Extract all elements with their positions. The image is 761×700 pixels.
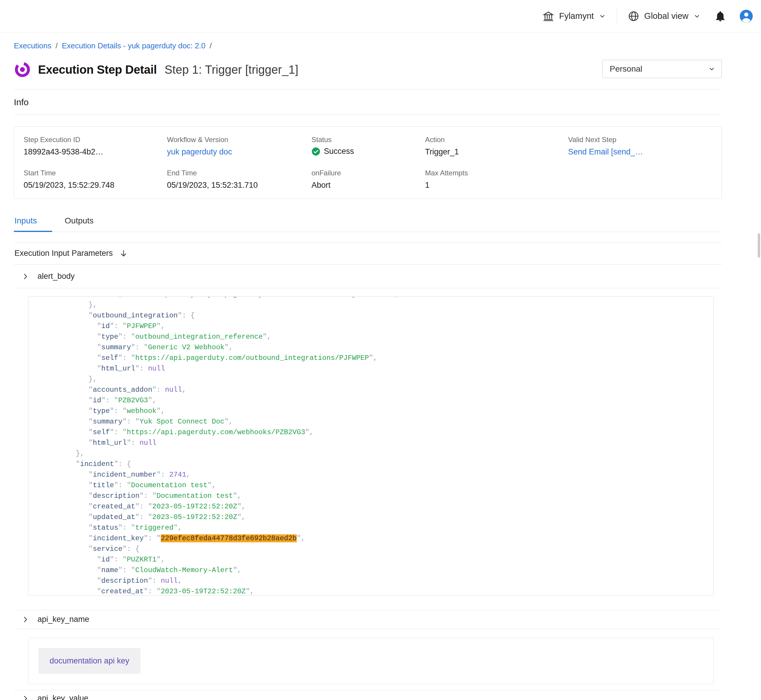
info-card: Step Execution ID 18992a43-9538-4b2… Wor… [14, 127, 722, 199]
field-status: Status Success [312, 136, 425, 156]
alert-body-json-viewer[interactable]: html_url: https://fylamynt.pagerduty.com… [28, 297, 714, 596]
field-start-time: Start Time 05/19/2023, 15:52:29.748 [23, 169, 167, 190]
param-row-alert-body[interactable]: alert_body [14, 265, 722, 288]
divider-under-info-heading [14, 114, 722, 115]
download-arrow-icon[interactable] [119, 249, 128, 258]
field-valid-next-step: Valid Next Step Send Email [send_… [568, 136, 712, 156]
main-content: Executions / Execution Details - yuk pag… [14, 33, 722, 700]
field-label: Workflow & Version [167, 136, 312, 144]
page-subtitle: Step 1: Trigger [trigger_1] [164, 63, 299, 77]
chevron-right-icon[interactable] [22, 695, 29, 700]
breadcrumb-separator: / [55, 41, 58, 50]
chevron-down-icon [708, 65, 716, 73]
notifications-bell-icon[interactable] [714, 10, 726, 22]
workflow-link[interactable]: yuk pagerduty doc [167, 147, 232, 156]
field-step-execution-id: Step Execution ID 18992a43-9538-4b2… [23, 136, 167, 156]
field-label: End Time [167, 169, 312, 177]
empty-cell [568, 169, 712, 190]
field-value: 18992a43-9538-4b2… [23, 147, 167, 156]
chevron-right-icon[interactable] [22, 273, 29, 280]
tab-bar: Inputs Outputs [14, 216, 722, 232]
chevron-right-icon[interactable] [22, 616, 29, 623]
param-label-api-key-name: api_key_name [38, 615, 89, 624]
tab-inputs[interactable]: Inputs [14, 216, 52, 232]
page-title: Execution Step Detail [38, 63, 157, 77]
param-row-api-key-name[interactable]: api_key_name [14, 610, 722, 629]
field-workflow-version: Workflow & Version yuk pagerduty doc [167, 136, 312, 156]
field-action: Action Trigger_1 [425, 136, 568, 156]
bank-icon [542, 10, 554, 22]
param-label-api-key-value: api_key_value [38, 694, 88, 700]
org-switcher[interactable]: Fylamynt [542, 10, 606, 22]
field-label: Status [312, 136, 425, 144]
field-max-attempts: Max Attempts 1 [425, 169, 568, 190]
view-name: Global view [644, 11, 689, 21]
field-end-time: End Time 05/19/2023, 15:52:31.710 [167, 169, 312, 190]
breadcrumb-execution-details-link[interactable]: Execution Details - yuk pagerduty doc: 2… [62, 41, 205, 50]
topbar-divider [617, 9, 617, 24]
param-row-api-key-value[interactable]: api_key_value [14, 690, 722, 700]
api-key-name-value-box: documentation api key [28, 638, 714, 684]
breadcrumb-separator: / [210, 41, 211, 50]
field-on-failure: onFailure Abort [312, 169, 425, 190]
field-label: Max Attempts [425, 169, 568, 177]
breadcrumb-executions-link[interactable]: Executions [14, 41, 51, 50]
view-switcher[interactable]: Global view [628, 10, 701, 22]
top-bar: Fylamynt Global view [0, 0, 761, 33]
scope-select[interactable]: Personal [602, 60, 722, 78]
fylamynt-logo-icon [14, 61, 31, 78]
info-grid: Step Execution ID 18992a43-9538-4b2… Wor… [23, 136, 712, 190]
field-value: Trigger_1 [425, 147, 568, 156]
field-label: Valid Next Step [568, 136, 712, 144]
info-heading: Info [14, 97, 722, 107]
execution-input-parameters-label: Execution Input Parameters [14, 249, 113, 258]
success-check-icon [312, 147, 320, 156]
chevron-down-icon [693, 12, 701, 20]
org-name: Fylamynt [559, 11, 594, 21]
user-avatar[interactable] [739, 9, 753, 23]
field-value: 05/19/2023, 15:52:29.748 [23, 181, 167, 190]
api-key-name-chip: documentation api key [38, 648, 140, 674]
globe-icon [628, 10, 639, 22]
divider-under-title [14, 89, 722, 90]
title-row: Execution Step Detail Step 1: Trigger [t… [14, 59, 722, 80]
json-code: html_url: https://fylamynt.pagerduty.com… [46, 297, 714, 596]
execution-input-parameters-header: Execution Input Parameters [14, 243, 722, 265]
tab-outputs[interactable]: Outputs [64, 216, 109, 232]
field-value: Abort [312, 181, 425, 190]
field-label: onFailure [312, 169, 425, 177]
chevron-down-icon [598, 12, 606, 20]
scope-selected-value: Personal [610, 64, 642, 74]
breadcrumb: Executions / Execution Details - yuk pag… [14, 33, 722, 50]
field-label: Action [425, 136, 568, 144]
status-badge: Success [312, 147, 425, 156]
field-value: 1 [425, 181, 568, 190]
status-text: Success [324, 147, 354, 156]
field-label: Start Time [23, 169, 167, 177]
field-label: Step Execution ID [23, 136, 167, 144]
next-step-link[interactable]: Send Email [send_… [568, 147, 643, 156]
param-label-alert-body: alert_body [38, 272, 75, 281]
scrollbar-thumb[interactable] [758, 233, 760, 258]
field-value: 05/19/2023, 15:52:31.710 [167, 181, 312, 190]
